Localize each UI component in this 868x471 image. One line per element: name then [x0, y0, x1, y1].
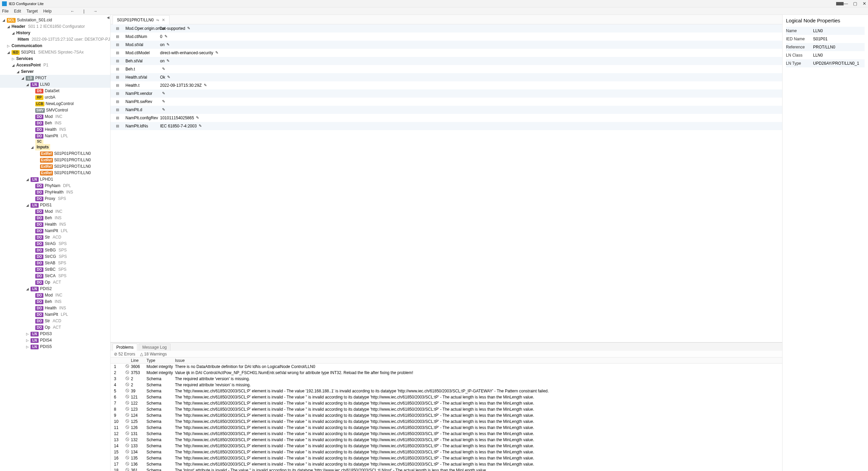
tree-item[interactable]: ◢ History: [0, 30, 110, 36]
edit-icon[interactable]: ✎: [162, 91, 165, 96]
property-row[interactable]: ▤ NamPlt.vendor ✎: [111, 89, 782, 98]
tree-item[interactable]: ▷ Communication: [0, 43, 110, 49]
problem-row[interactable]: 10 125 Schema The 'http://www.iec.ch/618…: [111, 418, 782, 425]
problem-row[interactable]: 16 135 Schema The 'http://www.iec.ch/618…: [111, 455, 782, 461]
tree-item[interactable]: SMV SMVControl: [0, 107, 110, 114]
tree-item[interactable]: DO Str ACD: [0, 318, 110, 324]
tree-item[interactable]: ◢ LN PDIS2: [0, 286, 110, 292]
tree-item[interactable]: ExtRef S01P01PROT/LLN0: [0, 163, 110, 170]
tree-item[interactable]: DS DataSet: [0, 88, 110, 94]
tree-item[interactable]: DO NamPlt LPL: [0, 228, 110, 234]
edit-icon[interactable]: ✎: [204, 83, 207, 87]
menu-file[interactable]: File: [2, 9, 8, 14]
problem-row[interactable]: 4 2 Schema The required attribute 'revis…: [111, 382, 782, 388]
tree-item[interactable]: ExtRef S01P01PROT/LLN0: [0, 170, 110, 176]
tree-item[interactable]: DO NamPlt LPL: [0, 311, 110, 318]
edit-icon[interactable]: ✎: [167, 75, 170, 79]
property-row[interactable]: ▤ NamPlt.configRev 101011154025865✎: [111, 114, 782, 122]
problem-row[interactable]: 13 132 Schema The 'http://www.iec.ch/618…: [111, 437, 782, 443]
property-row[interactable]: ▤ Beh.t ✎: [111, 65, 782, 73]
caret-icon[interactable]: ◢: [16, 68, 20, 75]
edit-icon[interactable]: ✎: [199, 124, 202, 128]
maximize-button[interactable]: ▢: [853, 1, 856, 6]
problem-row[interactable]: 3 2 Schema The required attribute 'versi…: [111, 376, 782, 382]
caret-icon[interactable]: ▷: [26, 344, 29, 350]
tree-item[interactable]: DO Health INS: [0, 221, 110, 228]
problems-list[interactable]: 1 3606 Model integrity There is no DataA…: [111, 364, 782, 471]
tree-item[interactable]: DO Beh INS: [0, 120, 110, 126]
tree-item[interactable]: DO Health INS: [0, 305, 110, 311]
edit-icon[interactable]: ✎: [166, 59, 170, 63]
property-row[interactable]: ▤ Beh.stVal on✎: [111, 57, 782, 65]
tree-item[interactable]: LCB NewLogControl: [0, 101, 110, 107]
caret-icon[interactable]: ▷: [7, 43, 10, 49]
problem-row[interactable]: 11 126 Schema The 'http://www.iec.ch/618…: [111, 425, 782, 431]
tree-item[interactable]: ◢ LN LPHD1: [0, 176, 110, 183]
project-tree[interactable]: ◀ ◢ SCL Substation_S01.cid ◢ Header S01 …: [0, 15, 111, 471]
tree-item[interactable]: DO StrCA SPS: [0, 273, 110, 279]
tree-item[interactable]: Hitem 2022-09-13T15:27:10Z user: DESKTOP…: [0, 36, 110, 43]
tree-item[interactable]: DO Mod INC: [0, 292, 110, 299]
problem-row[interactable]: 2 3753 Model integrity Value ijk in DAI …: [111, 370, 782, 376]
caret-icon[interactable]: ◢: [12, 30, 15, 36]
tree-item[interactable]: ▷ LN PDIS3: [0, 331, 110, 337]
property-row[interactable]: ▤ Health.stVal Ok✎: [111, 73, 782, 81]
tree-item[interactable]: ▷ Services: [0, 56, 110, 62]
property-row[interactable]: ▤ Mod.stVal on✎: [111, 41, 782, 49]
tree-item[interactable]: ExtRef S01P01PROT/LLN0: [0, 150, 110, 157]
collapse-sidebar-icon[interactable]: ◀: [107, 16, 110, 19]
tree-item[interactable]: DO Mod INC: [0, 114, 110, 120]
tree-item[interactable]: DO Op ACT: [0, 279, 110, 286]
tree-item[interactable]: DO StrAG SPS: [0, 241, 110, 247]
edit-icon[interactable]: ✎: [162, 99, 165, 104]
property-row[interactable]: ▤ NamPlt.d ✎: [111, 106, 782, 114]
tree-item[interactable]: DO StrBC SPS: [0, 266, 110, 273]
property-row[interactable]: ▤ NamPlt.ldNs IEC 61850-7-4:2003✎: [111, 122, 782, 130]
problem-row[interactable]: 18 361 Schema The 'lnInst' attribute is …: [111, 467, 782, 471]
edit-icon[interactable]: ✎: [196, 116, 199, 120]
tree-item[interactable]: ▷ LN PDIS5: [0, 344, 110, 350]
nav-back-button[interactable]: ←: [71, 9, 75, 14]
problem-row[interactable]: 17 136 Schema The 'http://www.iec.ch/618…: [111, 461, 782, 467]
tree-item[interactable]: ◢ LD PROT: [0, 75, 110, 81]
problem-row[interactable]: 12 131 Schema The 'http://www.iec.ch/618…: [111, 431, 782, 437]
caret-icon[interactable]: ▷: [12, 56, 15, 62]
close-tab-button[interactable]: ✕: [162, 18, 165, 22]
tree-item[interactable]: ◢ LN PDIS1: [0, 202, 110, 208]
caret-icon[interactable]: ▷: [26, 337, 29, 344]
tree-item[interactable]: ◢ Inputs: [0, 144, 110, 150]
caret-icon[interactable]: ◢: [26, 202, 29, 208]
edit-icon[interactable]: ✎: [166, 42, 170, 47]
tree-item[interactable]: ◢ LN LLN0: [0, 81, 110, 88]
tree-item[interactable]: DO Op ACT: [0, 324, 110, 331]
nav-forward-button[interactable]: →: [93, 9, 97, 14]
problem-row[interactable]: 6 121 Schema The 'http://www.iec.ch/6185…: [111, 394, 782, 400]
tree-item[interactable]: ◢ AccessPoint P1: [0, 62, 110, 68]
tree-item[interactable]: DO Beh INS: [0, 299, 110, 305]
tree-item[interactable]: DO Str ACD: [0, 234, 110, 241]
tab-problems[interactable]: Problems: [113, 344, 137, 351]
property-row[interactable]: ▤ Health.t 2022-09-13T15:30:29Z✎: [111, 81, 782, 89]
menu-edit[interactable]: Edit: [14, 9, 21, 14]
property-row[interactable]: ▤ NamPlt.swRev ✎: [111, 98, 782, 106]
caret-icon[interactable]: ◢: [12, 62, 15, 68]
tree-item[interactable]: DO PhyHealth INS: [0, 189, 110, 196]
edit-icon[interactable]: ✎: [215, 50, 218, 55]
problem-row[interactable]: 7 122 Schema The 'http://www.iec.ch/6185…: [111, 400, 782, 406]
caret-icon[interactable]: ◢: [7, 23, 10, 30]
tree-item[interactable]: ▷ LN PDIS4: [0, 337, 110, 344]
tab-message-log[interactable]: Message Log: [139, 344, 171, 351]
tree-item[interactable]: DO Beh INS: [0, 215, 110, 221]
minimize-button[interactable]: —: [844, 1, 847, 6]
caret-icon[interactable]: ◢: [26, 176, 29, 183]
caret-icon[interactable]: ◢: [2, 17, 5, 23]
property-row[interactable]: ▤ Mod.ctlNum 0✎: [111, 33, 782, 41]
tree-item[interactable]: DO PhyNam DPL: [0, 183, 110, 189]
edit-icon[interactable]: ✎: [162, 107, 165, 112]
tree-item[interactable]: ◢ IED S01P01 SIEMENS Siprotec-7SAx: [0, 49, 110, 56]
tree-item[interactable]: RP urcbA: [0, 94, 110, 101]
menu-target[interactable]: Target: [26, 9, 38, 14]
tree-item[interactable]: DO Health INS: [0, 126, 110, 133]
edit-icon[interactable]: ✎: [164, 34, 167, 39]
edit-icon[interactable]: ✎: [187, 26, 190, 30]
